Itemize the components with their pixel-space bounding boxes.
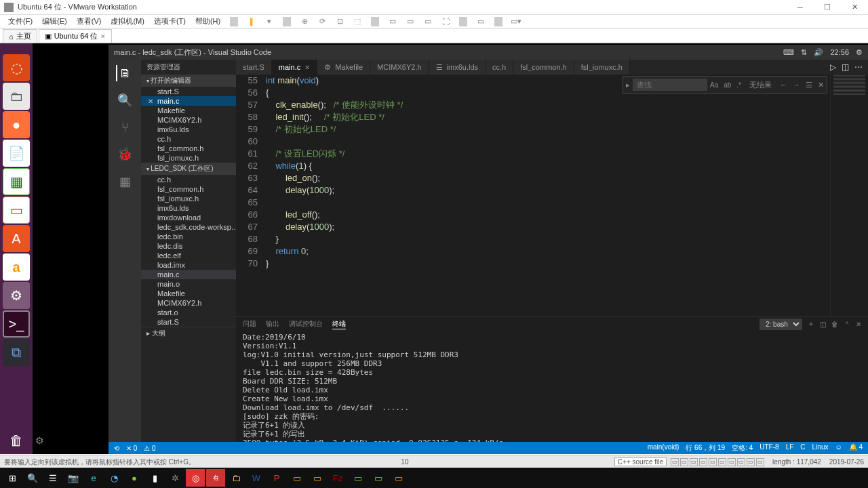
app-icon[interactable]: ✲	[165, 469, 184, 487]
toolbar-icon[interactable]: ⬚	[352, 16, 363, 27]
explorer-icon[interactable]: 🗀	[226, 469, 245, 487]
vmware-icon[interactable]: ▭	[288, 469, 307, 487]
status-eol[interactable]: LF	[786, 443, 794, 453]
panel-tab-output[interactable]: 输出	[266, 319, 279, 329]
open-editors-section[interactable]: 打开的编辑器	[141, 75, 236, 87]
file-item[interactable]: MCIMX6Y2.h	[141, 298, 236, 308]
vscode-icon[interactable]: ⧉	[3, 339, 30, 366]
edge-icon[interactable]: e	[84, 469, 103, 487]
toolbar-icon[interactable]: ⛶	[440, 16, 451, 27]
tray-icon[interactable]: ▭	[699, 458, 707, 466]
new-terminal-icon[interactable]: ＋	[808, 319, 814, 329]
editor-tab[interactable]: fsl_common.h	[513, 60, 574, 75]
pause-icon[interactable]: ‖	[246, 16, 257, 27]
search-icon[interactable]: 🔍	[117, 92, 133, 108]
editor-tab[interactable]: ☰imx6u.lds	[429, 60, 486, 75]
status-bell-icon[interactable]: 🔔 4	[849, 443, 863, 453]
run-icon[interactable]: ▷	[830, 62, 836, 72]
impress-icon[interactable]: ▭	[3, 197, 30, 224]
status-scope[interactable]: main(void)	[648, 443, 679, 453]
editor-tab[interactable]: cc.h	[486, 60, 513, 75]
status-sync-icon[interactable]: ⟲	[114, 445, 119, 452]
toolbar-icon[interactable]: ▭▾	[511, 16, 521, 27]
app-icon[interactable]: ▭	[349, 469, 368, 487]
file-item[interactable]: start.S	[141, 317, 236, 327]
close-icon[interactable]: ✕	[815, 81, 827, 89]
amazon-icon[interactable]: a	[3, 253, 30, 281]
extensions-icon[interactable]: ▦	[117, 174, 133, 190]
app-icon[interactable]: ◎	[186, 469, 205, 487]
powerpoint-icon[interactable]: P	[267, 469, 286, 487]
minimap[interactable]	[830, 75, 868, 316]
menu-edit[interactable]: 编辑(E)	[38, 15, 71, 28]
close-icon[interactable]: ✕	[856, 321, 861, 328]
software-icon[interactable]: A	[3, 225, 30, 252]
dash-icon[interactable]: ◌	[3, 54, 30, 81]
editor-tab[interactable]: start.S	[236, 60, 272, 75]
app-icon[interactable]: ▭	[369, 469, 388, 487]
debug-icon[interactable]: 🐞	[117, 146, 133, 163]
open-editor-item[interactable]: imx6u.lds	[141, 125, 236, 134]
tray-icon[interactable]: ▭	[709, 458, 717, 466]
next-icon[interactable]: →	[790, 81, 803, 89]
firefox-icon[interactable]: ●	[3, 111, 30, 138]
status-cursor[interactable]: 行 66，列 19	[686, 443, 725, 453]
prev-icon[interactable]: ←	[777, 81, 790, 89]
file-item[interactable]: fsl_iomuxc.h	[141, 194, 236, 203]
code-editor[interactable]: 55 56 57 58 59 60 61 62 63 64 65 66 67 6…	[236, 75, 868, 316]
panel-tab-debug[interactable]: 调试控制台	[289, 319, 323, 329]
file-item[interactable]: ledc_sdk.code-worksp…	[141, 222, 236, 232]
file-item[interactable]: main.c	[141, 270, 236, 279]
toolbar-icon[interactable]: ▭	[387, 16, 398, 27]
menu-file[interactable]: 文件(F)	[4, 15, 37, 28]
file-item[interactable]: main.o	[141, 279, 236, 289]
vm-tab-home[interactable]: ⌂ 主页	[3, 29, 37, 43]
chrome-icon[interactable]: ●	[125, 469, 144, 487]
tray-icon[interactable]: ▭	[737, 458, 745, 466]
tray-icon[interactable]: ▭	[671, 458, 679, 466]
network-icon[interactable]: ⇅	[801, 48, 807, 57]
close-button[interactable]: ✕	[841, 0, 868, 15]
file-item[interactable]: imx6u.lds	[141, 203, 236, 213]
keyboard-icon[interactable]: ⌨	[783, 48, 794, 57]
status-os[interactable]: Linux	[812, 443, 829, 453]
scm-icon[interactable]: ⑂	[117, 119, 133, 136]
app-icon[interactable]: ▭	[308, 469, 327, 487]
app-icon[interactable]: ▭	[389, 469, 408, 487]
calc-icon[interactable]: ▦	[3, 168, 30, 195]
whole-word-icon[interactable]: ab	[721, 81, 734, 89]
split-icon[interactable]: ◫	[842, 62, 849, 72]
open-editor-item[interactable]: MCIMX6Y2.h	[141, 115, 236, 125]
menu-help[interactable]: 帮助(H)	[191, 15, 224, 28]
trash-icon[interactable]: 🗑	[831, 321, 838, 328]
search-icon[interactable]: 🔍	[23, 469, 42, 487]
file-item[interactable]: imxdownload	[141, 213, 236, 222]
open-editor-item[interactable]: fsl_common.h	[141, 144, 236, 153]
match-case-icon[interactable]: Aa	[707, 81, 721, 89]
close-icon[interactable]: ✕	[100, 33, 106, 40]
terminal-selector[interactable]: 2: bash	[760, 319, 802, 330]
tray-icon[interactable]: ▭	[747, 458, 755, 466]
open-editor-item[interactable]: start.S	[141, 87, 236, 96]
maximize-button[interactable]: ☐	[814, 0, 841, 15]
selection-icon[interactable]: ☰	[803, 81, 815, 89]
file-item[interactable]: ledc.elf	[141, 251, 236, 260]
open-editor-item[interactable]: cc.h	[141, 134, 236, 144]
menu-vm[interactable]: 虚拟机(M)	[106, 15, 149, 28]
status-lang[interactable]: C	[800, 443, 805, 453]
status-errors[interactable]: ✕ 0	[126, 445, 137, 452]
editor-tab[interactable]: ⚙Makefile	[317, 60, 370, 75]
minimize-button[interactable]: ─	[787, 0, 814, 15]
file-item[interactable]: start.o	[141, 308, 236, 317]
trash-icon[interactable]: 🗑	[3, 427, 30, 454]
settings-icon[interactable]: ⚙	[3, 282, 30, 309]
editor-tab[interactable]: main.c✕	[272, 60, 317, 75]
toolbar-icon[interactable]: ⊕	[299, 16, 310, 27]
status-indent[interactable]: 空格: 4	[732, 443, 753, 453]
app-icon[interactable]: ▮	[145, 469, 164, 487]
tray-icon[interactable]: ▭	[690, 458, 698, 466]
status-warnings[interactable]: ⚠ 0	[144, 445, 155, 452]
status-feedback-icon[interactable]: ☺	[835, 443, 842, 453]
find-input[interactable]	[633, 79, 707, 91]
tray-icon[interactable]: ▭	[718, 458, 726, 466]
